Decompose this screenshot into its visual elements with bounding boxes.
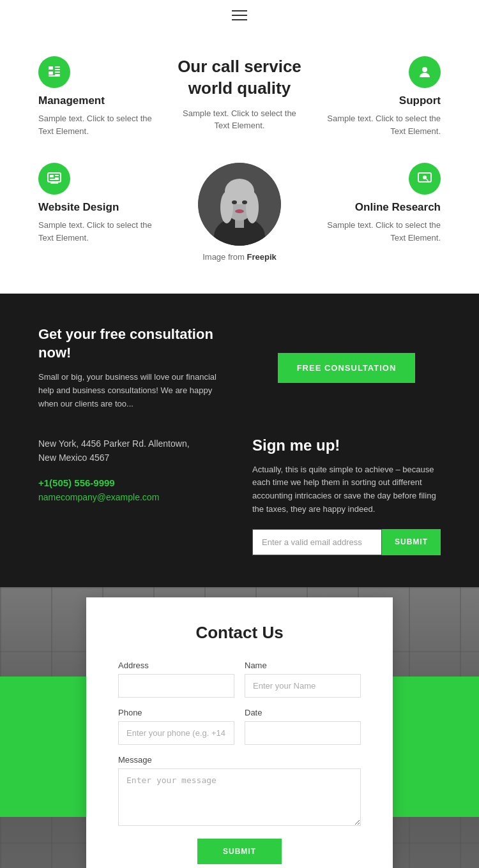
dark-section: Get your free consultation now! Small or… xyxy=(0,294,479,587)
date-input[interactable] xyxy=(245,721,361,745)
green-accent-left xyxy=(0,677,89,817)
name-label: Name xyxy=(245,661,361,670)
management-icon xyxy=(38,56,70,88)
address-group: Address xyxy=(118,661,234,698)
support-title: Support xyxy=(315,94,441,107)
svg-rect-10 xyxy=(55,175,59,176)
management-text: Sample text. Click to select the Text El… xyxy=(38,112,164,137)
online-research-icon xyxy=(409,163,441,195)
name-group: Name xyxy=(245,661,361,698)
navbar xyxy=(0,0,479,31)
service-support: Support Sample text. Click to select the… xyxy=(315,56,441,137)
phone-input[interactable] xyxy=(118,721,234,745)
website-design-title: Website Design xyxy=(38,201,164,214)
contact-phone: +1(505) 556-9999 xyxy=(38,477,227,488)
svg-rect-4 xyxy=(55,69,60,70)
support-icon xyxy=(409,56,441,88)
consultation-text: Small or big, your business will love ou… xyxy=(38,371,227,410)
svg-rect-2 xyxy=(49,75,60,77)
signup-text: Actually, this is quite simple to achiev… xyxy=(252,463,441,516)
support-text: Sample text. Click to select the Text El… xyxy=(315,112,441,137)
email-submit-button[interactable]: SUBMIT xyxy=(382,529,441,555)
profile-svg xyxy=(198,163,281,246)
main-heading: Our call service world quality xyxy=(177,56,303,100)
service-management: Management Sample text. Click to select … xyxy=(38,56,164,137)
services-top-section: Management Sample text. Click to select … xyxy=(0,31,479,150)
management-title: Management xyxy=(38,94,164,107)
consultation-btn-wrapper: FREE CONSULTATION xyxy=(252,326,441,411)
service-online-research: Online Research Sample text. Click to se… xyxy=(315,163,441,244)
svg-rect-1 xyxy=(49,71,53,75)
free-consultation-button[interactable]: FREE CONSULTATION xyxy=(278,353,416,383)
image-credit: Image from Freepik xyxy=(177,252,303,268)
service-center-heading: Our call service world quality Sample te… xyxy=(177,56,303,132)
form-row-address-name: Address Name xyxy=(118,661,361,698)
website-design-icon xyxy=(38,163,70,195)
email-form: SUBMIT xyxy=(252,529,441,555)
hamburger-menu-icon[interactable] xyxy=(232,10,247,20)
address-label: Address xyxy=(118,661,234,670)
svg-point-26 xyxy=(423,176,427,179)
svg-rect-8 xyxy=(48,173,61,182)
svg-rect-12 xyxy=(50,179,59,180)
consultation-heading: Get your free consultation now! xyxy=(38,326,227,362)
center-text: Sample text. Click to select the Text El… xyxy=(177,107,303,132)
date-label: Date xyxy=(245,708,361,717)
contact-form-title: Contact Us xyxy=(118,623,361,643)
dark-bottom-row: New York, 4456 Parker Rd. Allentown,New … xyxy=(38,437,441,555)
svg-rect-0 xyxy=(49,66,53,70)
message-label: Message xyxy=(118,755,361,765)
name-input[interactable] xyxy=(245,674,361,698)
profile-circle xyxy=(198,163,281,246)
service-website-design: Website Design Sample text. Click to sel… xyxy=(38,163,164,244)
svg-rect-9 xyxy=(50,175,54,177)
phone-group: Phone xyxy=(118,708,234,745)
svg-rect-5 xyxy=(55,71,60,73)
contact-email: namecompany@example.com xyxy=(38,492,227,502)
address-input[interactable] xyxy=(118,674,234,698)
message-textarea[interactable] xyxy=(118,768,361,826)
svg-rect-11 xyxy=(55,177,59,179)
profile-image-container: Image from Freepik xyxy=(177,163,303,268)
online-research-title: Online Research xyxy=(315,201,441,214)
svg-rect-3 xyxy=(55,66,60,68)
contact-form-submit-button[interactable]: SUBMIT xyxy=(197,839,282,864)
contact-address: New York, 4456 Parker Rd. Allentown,New … xyxy=(38,437,227,465)
signup-heading: Sign me up! xyxy=(252,437,441,454)
svg-rect-6 xyxy=(55,74,60,75)
website-design-text: Sample text. Click to select the Text El… xyxy=(38,219,164,244)
contact-section: Contact Us Address Name Phone Date Messa… xyxy=(0,587,479,868)
dark-top-row: Get your free consultation now! Small or… xyxy=(38,326,441,411)
services-bottom-section: Website Design Sample text. Click to sel… xyxy=(0,150,479,294)
contact-form-card: Contact Us Address Name Phone Date Messa… xyxy=(86,597,393,868)
online-research-text: Sample text. Click to select the Text El… xyxy=(315,219,441,244)
svg-rect-24 xyxy=(198,163,281,246)
signup-section: Sign me up! Actually, this is quite simp… xyxy=(252,437,441,555)
green-accent-right xyxy=(390,677,479,817)
svg-point-7 xyxy=(422,67,427,72)
phone-label: Phone xyxy=(118,708,234,717)
consultation-copy: Get your free consultation now! Small or… xyxy=(38,326,227,411)
message-group: Message xyxy=(118,755,361,826)
date-group: Date xyxy=(245,708,361,745)
contact-info: New York, 4456 Parker Rd. Allentown,New … xyxy=(38,437,227,555)
form-row-phone-date: Phone Date xyxy=(118,708,361,745)
email-input[interactable] xyxy=(252,529,382,555)
